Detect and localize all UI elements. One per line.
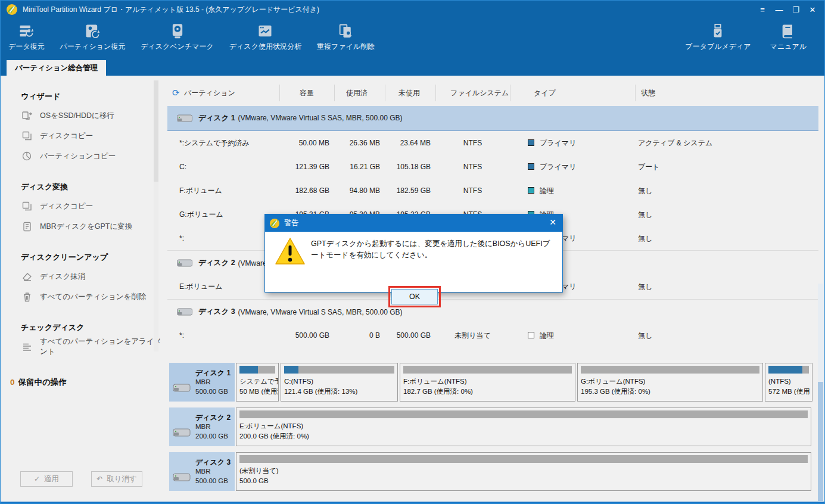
filesystem: 未割り当て (435, 323, 510, 347)
minitool-logo-icon (6, 4, 18, 15)
apply-button[interactable]: ✓適用 (20, 471, 73, 487)
dialog-close-icon[interactable]: ✕ (549, 217, 556, 227)
toolbar-label: ディスク使用状況分析 (229, 42, 301, 52)
disk-icon (173, 427, 191, 438)
table-row[interactable]: F:ボリューム 182.68 GB 94.80 MB 182.59 GB NTF… (167, 179, 818, 203)
sidebar-item-align-all-partitions[interactable]: すべてのパーティションをアライメント (1, 337, 167, 357)
close-icon[interactable]: ✕ (804, 5, 821, 14)
disk-usage-analysis-button[interactable]: ディスク使用状況分析 (222, 18, 309, 52)
sidebar-item-partition-copy[interactable]: パーティションコピー (1, 146, 167, 166)
toolbar-label: パーティション復元 (60, 42, 126, 52)
sidebar-item-convert-mbr-gpt[interactable]: MBRディスクをGPTに変換 (1, 216, 167, 237)
partition-block-ntfs-572mb[interactable]: (NTFS) 572 MB (使用 (765, 363, 812, 402)
toolbar-label: ディスクベンチマーク (141, 42, 214, 52)
data-recovery-button[interactable]: データ復元 (1, 18, 52, 52)
sidebar-item-label: すべてのパーティションをアライメント (40, 337, 167, 357)
maximize-icon[interactable]: ❐ (787, 5, 804, 14)
disk-benchmark-button[interactable]: ディスクベンチマーク (133, 18, 222, 52)
diskmap-disk-label[interactable]: ディスク 1 MBR 500.00 GB (169, 363, 235, 402)
diskmap-disk-label[interactable]: ディスク 2 MBR 200.00 GB (169, 407, 235, 446)
unused: 182.59 GB (385, 179, 435, 203)
sidebar-item-delete-all-partitions[interactable]: すべてのパーティションを削除 (1, 287, 167, 307)
tab-row: パーティション総合管理 (1, 60, 824, 76)
partition-name: *:システムで予約済み (179, 131, 250, 155)
manual-button[interactable]: マニュアル (761, 18, 816, 52)
partition-block-f[interactable]: F:ボリューム(NTFS) 182.7 GB (使用済: 0%) (400, 363, 575, 402)
partition-block-e[interactable]: E:ボリューム(NTFS) 200.0 GB (使用済: 0%) (236, 407, 811, 446)
sidebar: ウィザード OSをSSD/HDDに移行 ディスクコピー パーティションコピー デ… (1, 76, 167, 504)
partition-recovery-icon (84, 22, 101, 40)
minimize-icon[interactable]: — (771, 5, 787, 14)
sidebar-item-migrate-os[interactable]: OSをSSD/HDDに移行 (1, 105, 167, 126)
table-row[interactable]: C: 121.39 GB 16.21 GB 105.18 GB NTFS プライ… (167, 155, 818, 179)
trash-icon (22, 292, 32, 302)
partition-block-c[interactable]: C:(NTFS) 121.4 GB (使用済: 13%) (281, 363, 398, 402)
partition-name: C: (179, 155, 186, 179)
sidebar-scrollbar[interactable] (154, 80, 158, 351)
refresh-icon[interactable]: ⟳ (172, 81, 180, 105)
toolbar-label: 重複ファイル削除 (317, 42, 375, 52)
table-row[interactable]: *:システムで予約済み 50.00 MB 26.36 MB 23.64 MB N… (167, 131, 818, 155)
unused: 500.00 GB (385, 323, 435, 347)
menu-icon[interactable]: ≡ (754, 5, 771, 14)
dialog-body: GPTディスクから起動するには、変更を適用した後にBIOSからUEFIブートモー… (265, 232, 562, 293)
disk-group-row[interactable]: ディスク 1 (VMware, VMware Virtual S SAS, MB… (167, 106, 818, 131)
disk-name: ディスク 3 (198, 307, 235, 317)
ok-button[interactable]: OK (391, 289, 438, 304)
dialog-message: GPTディスクから起動するには、変更を適用した後にBIOSからUEFIブートモー… (311, 238, 554, 262)
partition-block-system-reserved[interactable]: システムで予約 50 MB (使用済 (236, 363, 279, 402)
disk-icon (177, 259, 192, 267)
undo-button[interactable]: ↶取り消す (91, 471, 142, 487)
sidebar-item-wipe-disk[interactable]: ディスク抹消 (1, 266, 167, 287)
table-header: ⟳ パーティション 容量 使用済 未使用 ファイルシステム タイプ 状態 (167, 81, 818, 105)
partition-name: G:ボリューム (179, 203, 223, 226)
used: 0 B (334, 323, 385, 347)
toolbar-label: マニュアル (770, 42, 807, 52)
vertical-scrollbar[interactable] (818, 284, 823, 504)
sidebar-item-disk-copy[interactable]: ディスクコピー (1, 126, 167, 146)
disk-name: ディスク 1 (195, 368, 231, 378)
toolbar-label: データ復元 (8, 42, 45, 52)
capacity: 182.68 GB (279, 179, 334, 203)
col-header-filesystem: ファイルシステム (450, 81, 509, 105)
unused: 23.64 MB (385, 131, 435, 155)
diskmap-disk-label[interactable]: ディスク 3 MBR 500.00 GB (169, 452, 235, 491)
window-title: MiniTool Partition Wizard プロ・アルティメット版 13… (23, 5, 319, 15)
unused: 105.18 GB (385, 155, 435, 179)
filesystem: NTFS (435, 179, 510, 203)
convert-disk-icon (22, 222, 32, 232)
type: 論理 (528, 179, 554, 203)
table-row[interactable]: *: 500.00 GB 0 B 500.00 GB 未割り当て 論理 無し (167, 323, 818, 347)
col-header-type: タイプ (534, 81, 556, 105)
type-swatch (528, 187, 534, 194)
disk-group-row[interactable]: ディスク 3 (VMware, VMware Virtual S SAS, MB… (167, 299, 818, 324)
disk-usage-analysis-icon (257, 22, 273, 40)
sidebar-item-label: ディスク抹消 (40, 272, 85, 282)
app-window: MiniTool Partition Wizard プロ・アルティメット版 13… (0, 0, 825, 504)
toolbar-right: ブータブルメディア マニュアル (675, 18, 816, 52)
disk-scheme: MBR (195, 467, 231, 477)
eraser-icon (22, 272, 32, 282)
sidebar-item-label: ディスクコピー (40, 201, 93, 211)
disk-name: ディスク 2 (198, 258, 235, 268)
capacity: 500.00 GB (279, 323, 334, 347)
diskmap-disk1: ディスク 1 MBR 500.00 GB システムで予約 50 MB (使用済 … (169, 363, 815, 402)
duplicate-file-removal-button[interactable]: 重複ファイル削除 (309, 18, 382, 52)
sidebar-section-wizard: ウィザード (21, 91, 167, 102)
sidebar-section-disk-convert: ディスク変換 (21, 182, 167, 192)
partition-block-g[interactable]: G:ボリューム(NTFS) 195.3 GB (使用済: 0%) (577, 363, 763, 402)
disk-benchmark-icon (169, 22, 186, 40)
type: プライマリ (528, 131, 576, 155)
partition-block-unallocated[interactable]: (未割り当て) 500.0 GB (236, 452, 811, 491)
diskmap-disk2: ディスク 2 MBR 200.00 GB E:ボリューム(NTFS) 200.0… (169, 407, 815, 446)
col-header-status: 状態 (641, 81, 655, 105)
capacity: 50.00 MB (279, 131, 334, 155)
sidebar-item-disk-copy-2[interactable]: ディスクコピー (1, 196, 167, 216)
tab-partition-management[interactable]: パーティション総合管理 (7, 60, 106, 76)
bootable-media-button[interactable]: ブータブルメディア (675, 18, 760, 52)
dialog-title: 警告 (284, 218, 299, 228)
dialog-title-bar: 警告 ✕ (265, 214, 562, 232)
undo-icon: ↶ (96, 475, 102, 483)
partition-recovery-button[interactable]: パーティション復元 (52, 18, 133, 52)
data-recovery-icon (18, 22, 35, 40)
